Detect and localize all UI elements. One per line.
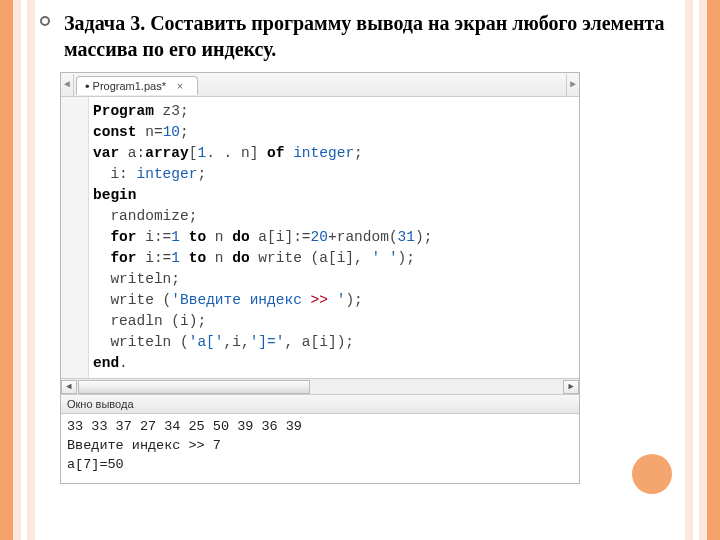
code-editor[interactable]: Program z3; const n=10; var a:array[1. .… [61,97,579,378]
output-panel: 33 33 37 27 34 25 50 39 36 39 Введите ин… [61,414,579,483]
decor-stripe [13,0,21,540]
output-line: 33 33 37 27 34 25 50 39 36 39 [67,419,302,434]
tab-label: Program1.pas* [93,80,166,92]
tab-modified-icon: • [85,80,90,93]
decor-stripe [693,0,699,540]
tab-scroll-left[interactable]: ◄ [61,74,74,96]
scroll-right-icon[interactable]: ► [563,380,579,394]
scroll-thumb[interactable] [78,380,310,394]
decor-stripe [27,0,35,540]
tab-close-icon[interactable]: × [173,79,187,93]
gutter [61,97,89,378]
task-text: Составить программу вывода на экран любо… [64,12,665,60]
tab-bar: ◄ • Program1.pas* × ► [61,73,579,97]
scroll-left-icon[interactable]: ◄ [61,380,77,394]
output-panel-title: Окно вывода [61,394,579,414]
ide-window: ◄ • Program1.pas* × ► Program z3; const … [60,72,580,484]
decor-stripe [699,0,707,540]
decor-stripe [0,0,13,540]
task-heading: Задача 3. Составить программу вывода на … [40,10,680,62]
decor-stripe [707,0,720,540]
task-number: Задача 3. [64,12,145,34]
scroll-track[interactable] [78,380,562,394]
horizontal-scrollbar[interactable]: ◄ ► [61,378,579,394]
bullet-icon [40,16,50,26]
decor-stripe [685,0,693,540]
code-content[interactable]: Program z3; const n=10; var a:array[1. .… [89,97,579,378]
output-line: Введите индекс >> 7 [67,438,221,453]
decor-circle [632,454,672,494]
output-line: a[7]=50 [67,457,124,472]
tab-scroll-right[interactable]: ► [566,74,579,96]
tab-program1[interactable]: • Program1.pas* × [76,76,198,95]
